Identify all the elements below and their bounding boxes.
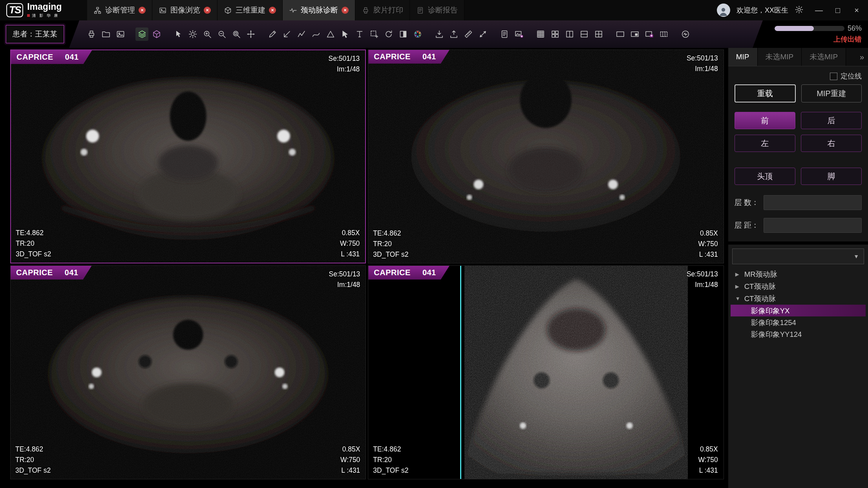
user-avatar[interactable] (717, 4, 730, 17)
scout-line-checkbox[interactable] (830, 73, 837, 80)
tab-film-print[interactable]: 胶片打印 (355, 0, 410, 20)
scout-reference-line[interactable] (460, 266, 461, 479)
layout-quad-icon[interactable] (592, 27, 605, 41)
caret-collapsed-icon[interactable]: ▶ (735, 283, 741, 289)
print-icon[interactable] (85, 27, 98, 41)
view-front-button[interactable]: 前 (735, 112, 795, 129)
app-window: TS Imaging 清 影 华 康 诊断管理 × 图像浏览 × (0, 0, 868, 488)
upload-error-text: 上传出错 (833, 35, 862, 44)
tab-label: 诊断管理 (105, 5, 135, 15)
view-top-button[interactable]: 头顶 (735, 168, 795, 185)
layout-dashed-icon[interactable] (657, 27, 670, 41)
toolbar: 患者：王某某 56% 上传出错 (0, 20, 868, 48)
download-icon[interactable] (433, 27, 446, 41)
zoom-in-icon[interactable] (201, 27, 214, 41)
image-export-icon[interactable] (512, 27, 525, 41)
viewport-top-left[interactable]: CAPRICE 041 Se:501/13Im:1/48 TE:4.862TR:… (10, 49, 366, 263)
overlay-acquisition-info: TE:4.862TR:203D_TOF s2 (373, 228, 408, 260)
curve-icon[interactable] (309, 27, 322, 41)
reload-button[interactable]: 重载 (735, 84, 796, 102)
report-icon[interactable] (498, 27, 511, 41)
series-number: 041 (65, 53, 79, 62)
tree-leaf-impression-1254[interactable]: 影像印象1254 (731, 316, 866, 328)
ruler-icon[interactable] (462, 27, 475, 41)
close-button[interactable]: × (852, 6, 861, 15)
pencil-icon[interactable] (266, 27, 279, 41)
cube-3d-icon[interactable] (150, 27, 163, 41)
panel-tab-unselected-1[interactable]: 未选MIP (758, 48, 802, 66)
upload-icon[interactable] (447, 27, 460, 41)
close-tab-icon[interactable]: × (139, 7, 146, 14)
layout-pip-icon[interactable] (628, 27, 641, 41)
minimize-button[interactable]: — (815, 6, 823, 15)
panel-tab-unselected-2[interactable]: 未选MIP (802, 48, 846, 66)
layout-hsplit-icon[interactable] (577, 27, 590, 41)
series-dropdown[interactable]: ▼ (732, 249, 864, 264)
tab-diagnosis-management[interactable]: 诊断管理 × (87, 0, 152, 20)
right-panel: MIP 未选MIP 未选MIP » 定位线 重载 MIP重建 前 后 左 (728, 48, 868, 488)
tab-label: 诊断报告 (428, 5, 458, 15)
tab-carotid-diagnosis[interactable]: 颈动脉诊断 × (283, 0, 355, 20)
layout-4x4-icon[interactable] (534, 27, 547, 41)
zoom-out-icon[interactable] (215, 27, 228, 41)
cursor-icon[interactable] (172, 27, 185, 41)
wave-icon[interactable] (679, 27, 692, 41)
panel-tabs-overflow-icon[interactable]: » (856, 48, 868, 66)
layout-single-icon[interactable] (614, 27, 627, 41)
viewport-top-right[interactable]: CAPRICE041 Se:501/13Im:1/48 TE:4.862TR:2… (368, 49, 724, 263)
angle-icon[interactable] (280, 27, 293, 41)
roi-icon[interactable] (367, 27, 380, 41)
view-right-button[interactable]: 右 (801, 135, 862, 152)
tree-leaf-impression-yy124[interactable]: 影像印象YY124 (731, 328, 866, 340)
panel-tab-mip[interactable]: MIP (728, 48, 758, 66)
flowchart-icon (93, 6, 102, 15)
overlay-acquisition-info: TE:4.862TR:203D_TOF s2 (16, 228, 51, 260)
tree-node-mr-carotid[interactable]: ▶ MR颈动脉 (731, 268, 866, 280)
open-folder-icon[interactable] (99, 27, 112, 41)
caliper-icon[interactable] (476, 27, 489, 41)
series-tree: ▶ MR颈动脉 ▶ CT颈动脉 ▼ CT颈动脉 影像印象YX 影像印象1254 … (731, 268, 866, 340)
close-tab-icon[interactable]: × (342, 7, 349, 14)
tree-node-ct-carotid-1[interactable]: ▶ CT颈动脉 (731, 280, 866, 292)
color-wheel-icon[interactable] (411, 27, 424, 41)
viewport-bottom-left[interactable]: CAPRICE041 Se:501/13Im:1/48 TE:4.862TR:2… (10, 265, 366, 479)
triangle-icon[interactable] (324, 27, 337, 41)
tree-node-ct-carotid-2[interactable]: ▼ CT颈动脉 (731, 292, 866, 305)
view-left-button[interactable]: 左 (735, 135, 795, 152)
view-foot-button[interactable]: 脚 (801, 168, 862, 185)
pan-icon[interactable] (244, 27, 257, 41)
layer-count-input[interactable] (764, 195, 862, 210)
polyline-icon[interactable] (295, 27, 308, 41)
overlay-window-info: 0.85XW:750L :431 (698, 228, 718, 260)
text-icon[interactable] (353, 27, 366, 41)
upload-progress-bar (775, 26, 844, 31)
image-icon[interactable] (114, 27, 127, 41)
overlay-acquisition-info: TE:4.862TR:203D_TOF s2 (373, 444, 408, 476)
tree-leaf-impression-yx[interactable]: 影像印象YX (731, 305, 866, 316)
mip-rebuild-button[interactable]: MIP重建 (801, 84, 862, 102)
maximize-button[interactable]: □ (833, 6, 842, 15)
layout-2x2-icon[interactable] (548, 27, 561, 41)
rotate-icon[interactable] (382, 27, 395, 41)
view-back-button[interactable]: 后 (801, 112, 862, 129)
close-tab-icon[interactable]: × (204, 7, 211, 14)
caret-expanded-icon[interactable]: ▼ (735, 296, 741, 302)
layout-pip-add-icon[interactable] (643, 27, 656, 41)
settings-gear-icon[interactable] (795, 5, 804, 16)
viewport-bottom-right[interactable]: CAPRICE041 Se:501/13Im:1/48 TE:4.862TR:2… (368, 265, 724, 479)
brightness-icon[interactable] (186, 27, 199, 41)
tab-3d-reconstruction[interactable]: 三维重建 × (217, 0, 283, 20)
invert-icon[interactable] (397, 27, 409, 41)
overlay-series-info: Se:501/13Im:1/48 (687, 269, 718, 290)
close-tab-icon[interactable]: × (269, 7, 276, 14)
region-zoom-icon[interactable] (230, 27, 243, 41)
arrow-icon[interactable] (338, 27, 351, 41)
logo-subtitle-text: 清 影 华 康 (32, 13, 59, 18)
layers-icon[interactable] (135, 27, 148, 41)
tab-image-browse[interactable]: 图像浏览 × (152, 0, 217, 20)
layer-spacing-input[interactable] (764, 218, 862, 233)
tab-diagnosis-report[interactable]: 诊断报告 (410, 0, 464, 20)
caret-collapsed-icon[interactable]: ▶ (735, 271, 741, 277)
series-name: CAPRICE (16, 53, 53, 62)
layout-vsplit-icon[interactable] (563, 27, 576, 41)
